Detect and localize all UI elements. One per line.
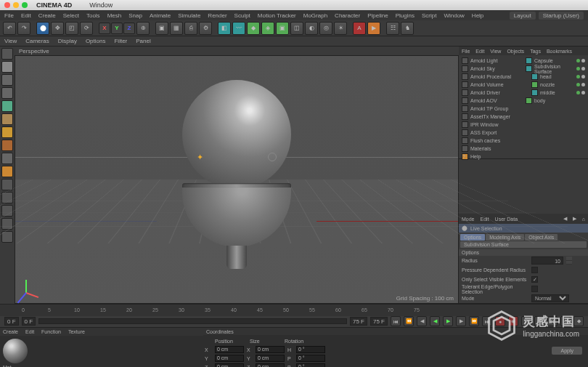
axis-y-toggle[interactable]: Y (111, 23, 123, 34)
redo-button[interactable]: ↷ (17, 22, 30, 35)
nav-back-icon[interactable]: ◀ (563, 216, 567, 222)
menu-animate[interactable]: Animate (150, 12, 171, 19)
mac-menu-window[interactable]: Window (89, 1, 113, 9)
rot-h-field[interactable]: 0 ° (296, 346, 325, 353)
mat-create[interactable]: Create (3, 329, 18, 334)
hierarchy-body[interactable]: body (524, 97, 587, 105)
menu-render[interactable]: Render (208, 12, 226, 19)
next-frame-button[interactable]: ▶ (456, 316, 466, 326)
options-menu[interactable]: Options (86, 38, 106, 44)
om-bookmarks[interactable]: Bookmarks (547, 49, 572, 54)
arnold-materials[interactable]: Materials (460, 145, 521, 153)
mat-texture[interactable]: Texture (68, 329, 85, 334)
tolerant-checkbox[interactable] (531, 286, 538, 292)
mat-function[interactable]: Function (41, 329, 61, 334)
arnold-driver[interactable]: Arnold Driver (460, 89, 521, 97)
material-item[interactable]: Mat (3, 339, 28, 367)
menu-tools[interactable]: Tools (86, 12, 100, 19)
menu-snap[interactable]: Snap (128, 12, 142, 19)
radius-input[interactable]: 10 (531, 257, 563, 265)
add-camera-button[interactable]: ◎ (319, 22, 332, 35)
om-file[interactable]: File (462, 49, 470, 54)
menu-mograph[interactable]: MoGraph (303, 12, 327, 19)
layout-label[interactable]: Layout (510, 12, 536, 20)
add-deformer-button[interactable]: ◫ (290, 22, 303, 35)
apply-button[interactable]: Apply (552, 347, 582, 355)
arnold-aov[interactable]: Arnold AOV (460, 97, 521, 105)
radius-spinner[interactable] (566, 257, 572, 265)
model-mode-button[interactable] (1, 61, 13, 73)
arnold-light[interactable]: Arnold Light (460, 57, 521, 65)
next-key-button[interactable]: ⏩ (469, 316, 479, 326)
content-browser-button[interactable]: ☷ (386, 22, 399, 35)
render-settings-button[interactable]: ⚙ (199, 22, 212, 35)
tweak-mode-button[interactable] (1, 166, 13, 177)
pos-x-field[interactable]: 0 cm (215, 346, 244, 353)
add-spline-button[interactable]: 〰 (232, 22, 245, 35)
nav-fwd-icon[interactable]: ▶ (573, 216, 576, 222)
play-back-button[interactable]: ◀ (430, 316, 440, 326)
point-mode-button[interactable] (1, 100, 13, 112)
autokey-button[interactable]: ◉ (508, 316, 518, 326)
menu-script[interactable]: Script (422, 12, 436, 19)
panel-menu[interactable]: Panel (136, 38, 150, 44)
menu-sculpt[interactable]: Sculpt (234, 12, 250, 19)
visible-checkbox[interactable] (531, 276, 538, 283)
range-end-field[interactable]: 75 F (350, 317, 367, 326)
record-button[interactable]: ● (495, 316, 505, 326)
arnold-tp-group[interactable]: Arnold TP Group (460, 105, 521, 113)
menu-simulate[interactable]: Simulate (178, 12, 200, 19)
prev-key-button[interactable]: ⏪ (404, 316, 414, 326)
goto-end-button[interactable]: ⏭ (482, 316, 492, 326)
undo-button[interactable]: ↶ (3, 22, 16, 35)
menu-mesh[interactable]: Mesh (107, 12, 122, 19)
menu-window[interactable]: Window (444, 12, 464, 19)
display-menu[interactable]: Display (58, 38, 77, 44)
arnold-procedural[interactable]: Arnold Procedural (460, 73, 521, 81)
arnold-render-button[interactable]: ▶ (367, 22, 380, 35)
pressure-checkbox[interactable] (531, 267, 538, 273)
menu-pipeline[interactable]: Pipeline (367, 12, 388, 19)
om-tags[interactable]: Tags (530, 49, 541, 54)
close-icon[interactable] (4, 2, 10, 8)
menu-edit[interactable]: Edit (21, 12, 31, 19)
menu-select[interactable]: Select (63, 12, 79, 19)
coord-system-button[interactable]: ⊕ (136, 22, 150, 35)
menu-character[interactable]: Character (335, 12, 360, 19)
cameras-menu[interactable]: Cameras (25, 38, 49, 44)
hierarchy-subdiv-surface[interactable]: Subdivision Surface (524, 65, 587, 73)
rot-p-field[interactable]: 0 ° (296, 355, 325, 362)
key-position-button[interactable]: P (521, 316, 531, 326)
menu-help[interactable]: Help (472, 12, 483, 19)
key-pla-button[interactable]: ◆ (573, 316, 584, 326)
timeline-scrollbar[interactable] (38, 318, 347, 324)
hierarchy-head[interactable]: head (524, 73, 587, 81)
end-frame-field[interactable]: 75 F (370, 317, 388, 326)
menu-plugins[interactable]: Plugins (396, 12, 415, 19)
hierarchy-middle[interactable]: middle (524, 89, 587, 97)
hierarchy-nozzle[interactable]: nozzle (524, 81, 587, 89)
move-tool-button[interactable]: ✥ (51, 22, 64, 35)
edge-mode-button[interactable] (1, 113, 13, 125)
arnold-ass-export[interactable]: ASS Export (460, 129, 521, 137)
layout-dropdown[interactable]: Startup (User) (539, 12, 584, 20)
render-view-button[interactable]: ▣ (155, 22, 168, 35)
menu-motion-tracker[interactable]: Motion Tracker (258, 12, 296, 19)
arnold-flush-caches[interactable]: Flush caches (460, 137, 521, 145)
om-view[interactable]: View (490, 49, 501, 54)
key-rotation-button[interactable]: R (547, 316, 558, 326)
add-generator-button[interactable]: ◆ (247, 22, 260, 35)
add-environment-button[interactable]: ◐ (305, 22, 318, 35)
om-edit[interactable]: Edit (475, 49, 484, 54)
size-x-field[interactable]: 0 cm (256, 346, 285, 353)
pos-z-field[interactable]: 0 cm (215, 363, 244, 367)
key-param-button[interactable]: ◇ (560, 316, 571, 326)
add-array-button[interactable]: ▣ (276, 22, 289, 35)
axis-z-toggle[interactable]: Z (123, 23, 135, 34)
add-light-button[interactable]: ☀ (334, 22, 347, 35)
add-subdivision-button[interactable]: ◈ (261, 22, 274, 35)
om-objects[interactable]: Objects (507, 49, 524, 54)
maximize-icon[interactable] (22, 2, 28, 8)
arnold-tx-manager[interactable]: AssetTx Manager (460, 113, 521, 121)
size-z-field[interactable]: 0 cm (256, 363, 285, 367)
